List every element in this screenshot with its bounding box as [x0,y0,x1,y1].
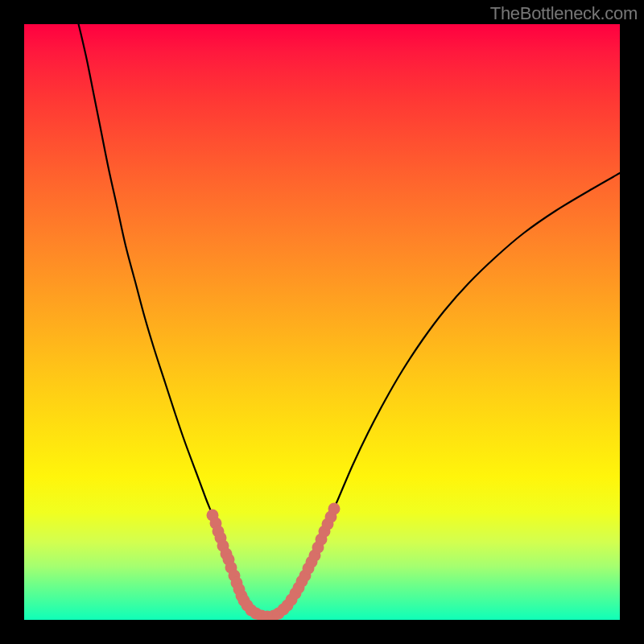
bottleneck-curve [76,24,620,617]
curve-svg [24,24,620,620]
curve-bead [328,503,341,515]
watermark-text: TheBottleneck.com [490,3,638,24]
plot-area [24,24,620,620]
chart-container: TheBottleneck.com [0,0,644,644]
curve-beads-right [268,503,341,621]
curve-beads-left [207,510,274,621]
